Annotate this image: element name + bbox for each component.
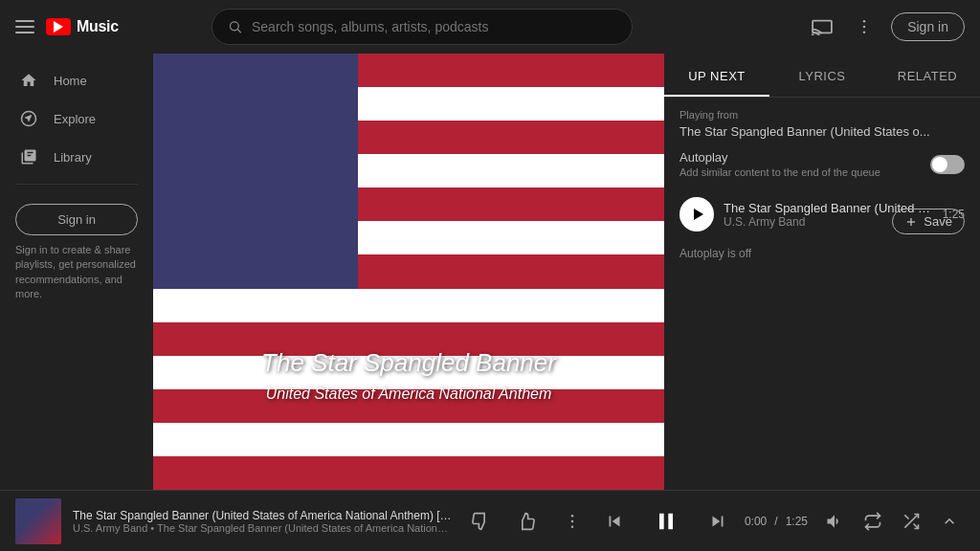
tab-related[interactable]: RELATED bbox=[875, 54, 980, 97]
svg-point-6 bbox=[863, 32, 866, 34]
like-button[interactable] bbox=[511, 506, 542, 537]
dislike-button[interactable] bbox=[465, 506, 496, 537]
tab-lyrics[interactable]: LYRICS bbox=[769, 54, 875, 97]
save-button[interactable]: Save bbox=[892, 209, 965, 234]
cast-icon[interactable] bbox=[807, 11, 837, 42]
youtube-icon bbox=[46, 18, 71, 35]
queue-play-button[interactable] bbox=[679, 197, 714, 231]
explore-icon bbox=[19, 109, 38, 128]
sidebar-item-explore[interactable]: Explore bbox=[0, 99, 153, 138]
next-button[interactable] bbox=[702, 506, 733, 537]
svg-point-11 bbox=[571, 519, 574, 522]
current-time: 0:00 bbox=[745, 515, 767, 528]
save-label: Save bbox=[924, 214, 952, 229]
play-pause-button[interactable] bbox=[645, 500, 687, 542]
video-thumbnail bbox=[153, 54, 664, 490]
repeat-button[interactable] bbox=[858, 506, 888, 537]
home-icon bbox=[19, 71, 38, 90]
right-panel: UP NEXT LYRICS RELATED Playing from The … bbox=[664, 54, 980, 490]
sidebar: Home Explore Library bbox=[0, 54, 153, 490]
main-content: Home Explore Library bbox=[0, 54, 980, 490]
player-album: The Star Spangled Banner (United States … bbox=[157, 522, 454, 534]
autoplay-desc: Add similar content to the end of the qu… bbox=[679, 166, 880, 178]
player-rating-controls bbox=[465, 506, 588, 537]
app-name: Music bbox=[77, 18, 119, 35]
player-song-meta: U.S. Army Band • The Star Spangled Banne… bbox=[73, 522, 454, 534]
video-overlay: The Star Spangled Banner United States o… bbox=[153, 348, 664, 403]
search-input[interactable] bbox=[252, 19, 616, 34]
sidebar-home-label: Home bbox=[54, 74, 87, 88]
sidebar-nav: Home Explore Library bbox=[0, 61, 153, 176]
svg-point-3 bbox=[812, 33, 813, 35]
svg-point-12 bbox=[571, 525, 574, 528]
topbar: Music Sign in bbox=[0, 0, 980, 54]
sidebar-item-library[interactable]: Library bbox=[0, 138, 153, 176]
sidebar-item-home[interactable]: Home bbox=[0, 61, 153, 99]
flag-canton bbox=[153, 54, 358, 289]
video-subtitle: United States of America National Anthem bbox=[153, 386, 664, 403]
player-artist: U.S. Army Band bbox=[73, 522, 147, 534]
tab-up-next[interactable]: UP NEXT bbox=[664, 54, 769, 97]
right-panel-content: Playing from The Star Spangled Banner (U… bbox=[664, 98, 980, 490]
volume-button[interactable] bbox=[819, 506, 850, 537]
search-bar[interactable] bbox=[212, 9, 633, 45]
sidebar-divider bbox=[15, 184, 138, 185]
sidebar-sign-in-text: Sign in to create & share playlists, get… bbox=[15, 243, 138, 302]
svg-line-1 bbox=[237, 30, 240, 33]
autoplay-info: Autoplay Add similar content to the end … bbox=[679, 150, 880, 178]
svg-line-15 bbox=[904, 515, 908, 518]
playing-from-label: Playing from bbox=[679, 109, 965, 121]
autoplay-toggle[interactable] bbox=[930, 155, 965, 174]
player-song-title: The Star Spangled Banner (United States … bbox=[73, 509, 454, 522]
autoplay-row: Autoplay Add similar content to the end … bbox=[679, 150, 965, 178]
video-title: The Star Spangled Banner bbox=[153, 348, 664, 378]
topbar-right: Sign in bbox=[807, 11, 965, 42]
total-time: 1:25 bbox=[786, 515, 808, 528]
menu-icon[interactable] bbox=[15, 20, 34, 33]
svg-point-10 bbox=[571, 514, 574, 517]
autoplay-label: Autoplay bbox=[679, 150, 880, 165]
topbar-left: Music bbox=[15, 18, 119, 35]
prev-button[interactable] bbox=[599, 506, 630, 537]
player-right-controls bbox=[819, 506, 965, 537]
topbar-sign-in-button[interactable]: Sign in bbox=[891, 12, 965, 41]
playing-from-title: The Star Spangled Banner (United States … bbox=[679, 124, 965, 139]
svg-point-4 bbox=[863, 20, 866, 23]
time-separator: / bbox=[774, 515, 777, 528]
search-icon bbox=[228, 19, 242, 34]
player-progress: 0:00 / 1:25 bbox=[745, 515, 808, 528]
sidebar-sign-in-button[interactable]: Sign in bbox=[15, 204, 138, 235]
more-options-button[interactable] bbox=[557, 506, 588, 537]
player-thumbnail bbox=[15, 498, 61, 544]
player-song-info: The Star Spangled Banner (United States … bbox=[73, 509, 454, 534]
sidebar-signin-section: Sign in Sign in to create & share playli… bbox=[0, 192, 153, 314]
svg-point-5 bbox=[863, 26, 866, 29]
player-bar: The Star Spangled Banner (United States … bbox=[0, 490, 980, 551]
right-panel-tabs: UP NEXT LYRICS RELATED bbox=[664, 54, 980, 98]
sidebar-library-label: Library bbox=[54, 150, 92, 165]
shuffle-button[interactable] bbox=[896, 506, 926, 537]
video-area: The Star Spangled Banner United States o… bbox=[153, 54, 664, 490]
logo[interactable]: Music bbox=[46, 18, 119, 35]
player-playback-controls bbox=[599, 500, 733, 542]
svg-rect-2 bbox=[813, 21, 832, 33]
more-options-icon[interactable] bbox=[849, 11, 880, 42]
svg-point-0 bbox=[230, 22, 238, 31]
sidebar-explore-label: Explore bbox=[54, 112, 96, 126]
autoplay-off-message: Autoplay is off bbox=[679, 247, 965, 260]
add-icon bbox=[904, 215, 918, 229]
expand-button[interactable] bbox=[934, 506, 965, 537]
library-icon bbox=[19, 147, 38, 166]
